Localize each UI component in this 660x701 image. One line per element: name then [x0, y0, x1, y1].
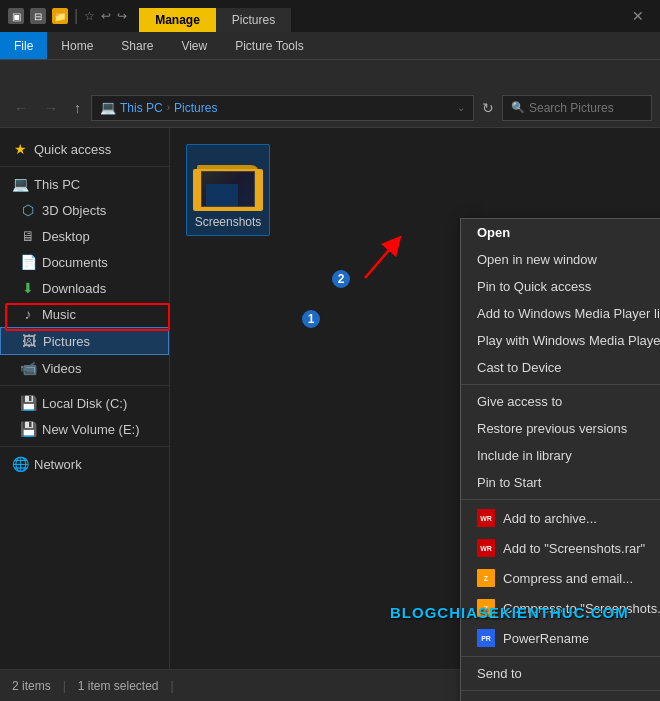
- file-area: Screenshots 1 2 Open: [170, 128, 660, 669]
- cm-restore-versions-left: Restore previous versions: [477, 421, 627, 436]
- sidebar-item-new-volume[interactable]: 💾 New Volume (E:): [0, 416, 169, 442]
- cm-power-rename-label: PowerRename: [503, 631, 589, 646]
- cm-include-library-left: Include in library: [477, 448, 572, 463]
- breadcrumb: 💻 This PC › Pictures ⌄: [91, 95, 474, 121]
- preview-screen: [206, 184, 238, 206]
- sidebar-item-desktop[interactable]: 🖥 Desktop: [0, 223, 169, 249]
- cm-divider-4: [461, 690, 660, 691]
- cm-include-library[interactable]: Include in library ›: [461, 442, 660, 469]
- sidebar-item-documents[interactable]: 📄 Documents: [0, 249, 169, 275]
- folder-preview-inner: [202, 172, 254, 206]
- cm-send-to[interactable]: Send to ›: [461, 660, 660, 687]
- cm-compress-email-label: Compress and email...: [503, 571, 633, 586]
- search-input[interactable]: [529, 101, 639, 115]
- tab-pictures[interactable]: Pictures: [216, 8, 291, 32]
- zip-icon-2: Z: [477, 599, 495, 617]
- cm-open-new-window[interactable]: Open in new window: [461, 246, 660, 273]
- breadcrumb-arrow: ⌄: [457, 102, 465, 113]
- ribbon-commands: [0, 60, 660, 88]
- rar-icon-2: WR: [477, 539, 495, 557]
- sidebar-item-3d-objects[interactable]: ⬡ 3D Objects: [0, 197, 169, 223]
- close-button[interactable]: ✕: [624, 6, 652, 26]
- sidebar-item-music[interactable]: ♪ Music: [0, 301, 169, 327]
- cm-add-wmp-list[interactable]: Add to Windows Media Player list: [461, 300, 660, 327]
- cm-add-screenshots-rar-left: WR Add to "Screenshots.rar": [477, 539, 645, 557]
- cm-give-access-label: Give access to: [477, 394, 562, 409]
- cm-send-to-left: Send to: [477, 666, 522, 681]
- cm-pin-quick-access-label: Pin to Quick access: [477, 279, 591, 294]
- sidebar-item-local-disk[interactable]: 💾 Local Disk (C:): [0, 390, 169, 416]
- ribbon-tab-picture-tools[interactable]: Picture Tools: [221, 32, 317, 59]
- sidebar-item-quick-access[interactable]: ★ Quick access: [0, 136, 169, 162]
- local-disk-icon: 💾: [20, 395, 36, 411]
- ribbon-tab-share[interactable]: Share: [107, 32, 167, 59]
- tab-manage[interactable]: Manage: [139, 8, 216, 32]
- breadcrumb-pictures[interactable]: Pictures: [174, 101, 217, 115]
- ribbon-tab-home[interactable]: Home: [47, 32, 107, 59]
- cm-send-to-label: Send to: [477, 666, 522, 681]
- power-rename-icon: PR: [477, 629, 495, 647]
- cm-cut[interactable]: Cut: [461, 694, 660, 701]
- context-menu: Open Open in new window Pin to Quick acc…: [460, 218, 660, 701]
- nav-forward-button[interactable]: →: [38, 96, 64, 120]
- sidebar-item-videos[interactable]: 📹 Videos: [0, 355, 169, 381]
- sidebar-label-this-pc: This PC: [34, 177, 80, 192]
- sidebar-divider-3: [0, 446, 169, 447]
- nav-up-button[interactable]: ↑: [68, 96, 87, 120]
- cm-divider-2: [461, 499, 660, 500]
- cm-compress-email2[interactable]: Z Compress to "Screenshots.rar" and emai…: [461, 593, 660, 623]
- nav-back-button[interactable]: ←: [8, 96, 34, 120]
- title-bar-separator: |: [74, 7, 78, 25]
- cm-open[interactable]: Open: [461, 219, 660, 246]
- sidebar-item-network[interactable]: 🌐 Network: [0, 451, 169, 477]
- quick-access-icon: ☆: [84, 9, 95, 23]
- breadcrumb-this-pc[interactable]: This PC: [120, 101, 163, 115]
- pc-icon: 💻: [12, 176, 28, 192]
- folder-front: [193, 169, 263, 211]
- music-icon: ♪: [20, 306, 36, 322]
- sidebar-item-downloads[interactable]: ⬇ Downloads: [0, 275, 169, 301]
- folder-preview: [201, 171, 255, 207]
- sidebar-label-network: Network: [34, 457, 82, 472]
- cm-give-access[interactable]: Give access to ›: [461, 388, 660, 415]
- cm-cast-device-left: Cast to Device: [477, 360, 562, 375]
- cm-open-new-window-left: Open in new window: [477, 252, 597, 267]
- cm-restore-versions[interactable]: Restore previous versions: [461, 415, 660, 442]
- cm-compress-email[interactable]: Z Compress and email...: [461, 563, 660, 593]
- ribbon-tab-view[interactable]: View: [167, 32, 221, 59]
- cm-restore-versions-label: Restore previous versions: [477, 421, 627, 436]
- address-bar: ← → ↑ 💻 This PC › Pictures ⌄ ↻ 🔍: [0, 88, 660, 128]
- title-bar-icons: ▣ ⊟ 📁 | ☆ ↩ ↪: [8, 7, 127, 25]
- sidebar-divider-1: [0, 166, 169, 167]
- downloads-icon: ⬇: [20, 280, 36, 296]
- cm-pin-start[interactable]: Pin to Start: [461, 469, 660, 496]
- refresh-button[interactable]: ↻: [478, 96, 498, 120]
- folder-thumbnail: [193, 151, 263, 211]
- search-box: 🔍: [502, 95, 652, 121]
- cm-power-rename[interactable]: PR PowerRename: [461, 623, 660, 653]
- ribbon-tab-file[interactable]: File: [0, 32, 47, 59]
- breadcrumb-sep-1: ›: [167, 102, 170, 113]
- cm-open-label: Open: [477, 225, 510, 240]
- folder-name: Screenshots: [195, 215, 262, 229]
- sidebar-item-pictures[interactable]: 🖼 Pictures: [0, 327, 169, 355]
- cm-add-screenshots-rar[interactable]: WR Add to "Screenshots.rar": [461, 533, 660, 563]
- videos-icon: 📹: [20, 360, 36, 376]
- cm-pin-start-left: Pin to Start: [477, 475, 541, 490]
- cm-play-wmp[interactable]: Play with Windows Media Player: [461, 327, 660, 354]
- folder-screenshots[interactable]: Screenshots: [186, 144, 270, 236]
- status-item-count: 2 items: [12, 679, 51, 693]
- sidebar-label-videos: Videos: [42, 361, 82, 376]
- title-icon-1: ▣: [8, 8, 24, 24]
- sidebar-item-this-pc[interactable]: 💻 This PC: [0, 171, 169, 197]
- cm-give-access-left: Give access to: [477, 394, 562, 409]
- cm-add-archive-left: WR Add to archive...: [477, 509, 597, 527]
- cm-cast-device[interactable]: Cast to Device ›: [461, 354, 660, 381]
- rar-icon-1: WR: [477, 509, 495, 527]
- cm-add-archive[interactable]: WR Add to archive...: [461, 503, 660, 533]
- breadcrumb-pc-icon: 💻: [100, 100, 116, 115]
- cm-power-rename-left: PR PowerRename: [477, 629, 589, 647]
- cm-pin-quick-access[interactable]: Pin to Quick access: [461, 273, 660, 300]
- title-icon-folder: 📁: [52, 8, 68, 24]
- ribbon-tabs: File Home Share View Picture Tools: [0, 32, 660, 60]
